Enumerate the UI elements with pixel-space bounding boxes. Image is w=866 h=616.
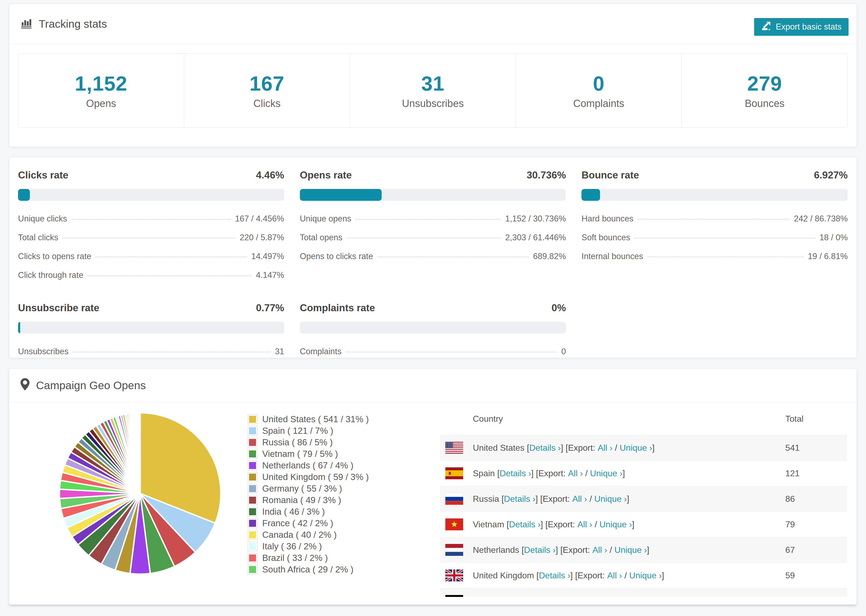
export-button-label: Export basic stats bbox=[776, 22, 842, 32]
page-title: Tracking stats bbox=[39, 18, 107, 30]
stat-label: Bounces bbox=[745, 98, 784, 109]
link-bracket-text: ] [ bbox=[531, 468, 538, 478]
rate-detail-value: 689.82% bbox=[533, 251, 566, 261]
rate-progress-bar bbox=[581, 189, 848, 201]
link-bracket-text: ] [ bbox=[535, 494, 543, 504]
link-bracket-text: Export: bbox=[548, 520, 578, 530]
details-link[interactable]: Details › bbox=[500, 468, 531, 478]
rate-block-opens-rate: Opens rate30.736%Unique opens1,152 / 30.… bbox=[300, 170, 566, 284]
legend-item-italy: Italy ( 36 / 2% ) bbox=[248, 541, 369, 552]
export-unique-link[interactable]: Unique › bbox=[629, 570, 662, 580]
legend-item-canada: Canada ( 40 / 2% ) bbox=[248, 529, 369, 541]
rate-detail-row: Complaints0 bbox=[300, 342, 566, 361]
rate-header: Clicks rate4.46% bbox=[18, 170, 284, 181]
export-all-link[interactable]: All › bbox=[607, 570, 622, 580]
geo-pie-chart bbox=[54, 407, 226, 580]
export-unique-link[interactable]: Unique › bbox=[594, 494, 627, 504]
rate-header: Complaints rate0% bbox=[300, 302, 566, 314]
country-cell: United Kingdom [Details ›] [Export: All … bbox=[473, 570, 785, 580]
link-bracket-text: / bbox=[622, 570, 629, 580]
rate-progress-fill bbox=[581, 189, 600, 201]
legend-item-united-kingdom: United Kingdom ( 59 / 3% ) bbox=[248, 471, 369, 483]
rate-detail-label: Unique clicks bbox=[18, 214, 67, 224]
rate-detail-label: Clicks to opens rate bbox=[18, 251, 91, 261]
legend-item-vietnam: Vietnam ( 79 / 5% ) bbox=[248, 448, 369, 460]
country-name: Russia bbox=[473, 494, 499, 504]
rate-detail-label: Unsubscribes bbox=[18, 347, 69, 357]
total-cell: 79 bbox=[785, 520, 847, 530]
country-cell: Germany bbox=[473, 596, 785, 597]
rate-detail-label: Total opens bbox=[300, 233, 343, 242]
country-name: Spain bbox=[473, 468, 495, 478]
link-bracket-text: [ bbox=[499, 494, 504, 504]
link-bracket-text: [ bbox=[534, 570, 539, 580]
flag-united-kingdom-icon bbox=[446, 569, 463, 581]
total-cell: 59 bbox=[785, 570, 847, 580]
export-unique-link[interactable]: Unique › bbox=[600, 520, 632, 530]
legend-swatch bbox=[248, 449, 257, 459]
geo-header: Campaign Geo Opens bbox=[9, 369, 857, 402]
export-all-link[interactable]: All › bbox=[568, 468, 583, 478]
legend-swatch bbox=[248, 472, 257, 482]
rates-card: Clicks rate4.46%Unique clicks167 / 4.456… bbox=[9, 157, 857, 358]
legend-label: France ( 42 / 2% ) bbox=[262, 518, 333, 528]
export-all-link[interactable]: All › bbox=[578, 520, 592, 530]
rate-block-unsubscribe-rate: Unsubscribe rate0.77%Unsubscribes31 bbox=[18, 302, 284, 361]
export-all-link[interactable]: All › bbox=[598, 443, 612, 453]
legend-item-russia: Russia ( 86 / 5% ) bbox=[248, 437, 369, 448]
link-bracket-text: Export: bbox=[578, 570, 607, 580]
rate-detail-value: 4.147% bbox=[256, 270, 284, 280]
link-bracket-text: ] bbox=[627, 494, 629, 504]
export-unique-link[interactable]: Unique › bbox=[614, 545, 647, 555]
flag-united-states-icon bbox=[446, 442, 463, 454]
details-link[interactable]: Details › bbox=[539, 570, 570, 580]
geo-country-table: Country Total United States [Details ›] … bbox=[440, 402, 847, 597]
export-icon bbox=[761, 21, 772, 33]
link-bracket-text: / bbox=[583, 468, 590, 478]
rate-detail-rows: Unsubscribes31 bbox=[18, 342, 284, 361]
rate-detail-row: Internal bounces19 / 6.81% bbox=[581, 247, 848, 266]
dotted-leader bbox=[638, 219, 790, 220]
stat-card-bounces: 279Bounces bbox=[682, 53, 848, 128]
legend-item-brazil: Brazil ( 33 / 2% ) bbox=[248, 552, 369, 564]
total-cell: 67 bbox=[785, 545, 847, 555]
country-cell: Spain [Details ›] [Export: All › / Uniqu… bbox=[473, 468, 785, 478]
link-bracket-text: [ bbox=[524, 443, 529, 453]
table-row-netherlands: Netherlands [Details ›] [Export: All › /… bbox=[440, 537, 847, 563]
details-link[interactable]: Details › bbox=[504, 494, 535, 504]
total-column-header: Total bbox=[785, 414, 847, 424]
flag-spain-icon bbox=[446, 467, 463, 479]
legend-swatch bbox=[248, 426, 257, 436]
legend-item-romania: Romania ( 49 / 3% ) bbox=[248, 494, 369, 506]
legend-label: Netherlands ( 67 / 4% ) bbox=[262, 460, 353, 471]
legend-swatch bbox=[248, 484, 257, 493]
country-name: Netherlands bbox=[473, 545, 519, 555]
rate-value: 6.927% bbox=[814, 170, 848, 181]
legend-label: Italy ( 36 / 2% ) bbox=[262, 541, 322, 552]
rate-header: Unsubscribe rate0.77% bbox=[18, 302, 284, 314]
details-link[interactable]: Details › bbox=[509, 520, 540, 530]
legend-swatch bbox=[248, 542, 257, 551]
tracking-stats-card: Tracking stats Export basic stats 1,152O… bbox=[9, 4, 857, 147]
export-unique-link[interactable]: Unique › bbox=[590, 468, 623, 478]
country-name: United Kingdom bbox=[473, 570, 534, 580]
stat-value: 31 bbox=[421, 72, 444, 95]
legend-label: Canada ( 40 / 2% ) bbox=[262, 530, 337, 540]
rate-title: Clicks rate bbox=[18, 170, 68, 181]
table-row-vietnam: Vietnam [Details ›] [Export: All › / Uni… bbox=[440, 511, 847, 537]
legend-item-netherlands: Netherlands ( 67 / 4% ) bbox=[248, 460, 369, 471]
stat-card-complaints: 0Complaints bbox=[516, 53, 682, 128]
export-unique-link[interactable]: Unique › bbox=[620, 443, 652, 453]
rate-detail-value: 18 / 0% bbox=[819, 233, 848, 242]
table-row-germany: Germany bbox=[440, 588, 847, 597]
export-all-link[interactable]: All › bbox=[572, 494, 587, 504]
details-link[interactable]: Details › bbox=[529, 443, 561, 453]
link-bracket-text: ] [ bbox=[556, 545, 563, 555]
export-basic-stats-button[interactable]: Export basic stats bbox=[754, 18, 849, 36]
legend-item-south-africa: South Africa ( 29 / 2% ) bbox=[248, 564, 369, 575]
details-link[interactable]: Details › bbox=[524, 545, 555, 555]
rate-detail-label: Total clicks bbox=[18, 233, 58, 242]
country-cell: Vietnam [Details ›] [Export: All › / Uni… bbox=[473, 520, 785, 530]
export-all-link[interactable]: All › bbox=[592, 545, 607, 555]
rate-value: 0.77% bbox=[256, 302, 284, 314]
